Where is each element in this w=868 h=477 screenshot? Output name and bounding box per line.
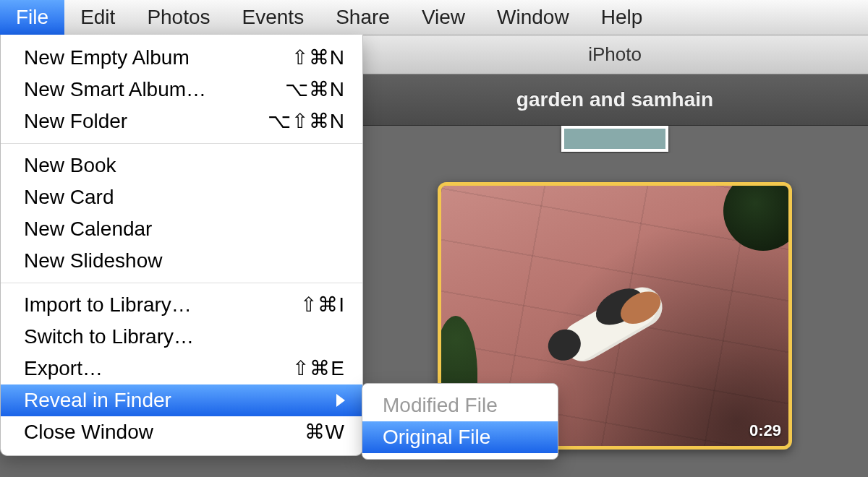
event-title: garden and samhain — [516, 88, 713, 111]
menu-item-shortcut: ⇧⌘N — [292, 43, 345, 72]
menu-item-label: New Card — [24, 183, 114, 212]
menu-help[interactable]: Help — [585, 0, 659, 35]
menu-item-new-smart-album[interactable]: New Smart Album… ⌥⌘N — [1, 74, 362, 106]
menu-label: Photos — [147, 6, 210, 29]
menu-edit[interactable]: Edit — [64, 0, 131, 35]
reveal-in-finder-submenu: Modified File Original File — [362, 383, 558, 460]
menu-separator — [1, 283, 362, 283]
menu-item-shortcut: ⌥⌘N — [285, 75, 345, 104]
menu-share[interactable]: Share — [320, 0, 406, 35]
menu-bar: File Edit Photos Events Share View Windo… — [0, 0, 868, 35]
menu-item-label: Import to Library… — [24, 291, 192, 319]
menu-file[interactable]: File — [0, 0, 64, 35]
menu-photos[interactable]: Photos — [131, 0, 226, 35]
menu-item-new-empty-album[interactable]: New Empty Album ⇧⌘N — [1, 42, 362, 74]
menu-item-shortcut: ⌘W — [305, 418, 345, 447]
menu-item-new-book[interactable]: New Book — [1, 150, 362, 181]
menu-item-new-slideshow[interactable]: New Slideshow — [1, 245, 362, 277]
window-title: iPhoto — [588, 43, 642, 66]
menu-item-close-window[interactable]: Close Window ⌘W — [1, 416, 362, 448]
menu-item-label: Switch to Library… — [24, 322, 194, 351]
menu-item-label: New Slideshow — [24, 246, 162, 275]
menu-item-switch-to-library[interactable]: Switch to Library… — [1, 321, 362, 353]
menu-item-new-card[interactable]: New Card — [1, 181, 362, 213]
menu-item-reveal-in-finder[interactable]: Reveal in Finder — [1, 384, 362, 416]
menu-item-label: New Book — [24, 151, 116, 180]
menu-events[interactable]: Events — [226, 0, 320, 35]
menu-item-export[interactable]: Export… ⇧⌘E — [1, 353, 362, 384]
thumbnail-item[interactable] — [561, 126, 668, 152]
menu-item-label: Close Window — [24, 418, 153, 447]
menu-item-label: New Smart Album… — [24, 75, 206, 104]
menu-label: File — [16, 6, 48, 29]
file-menu-dropdown: New Empty Album ⇧⌘N New Smart Album… ⌥⌘N… — [0, 35, 363, 456]
menu-label: Share — [336, 6, 390, 29]
menu-label: Help — [601, 6, 643, 29]
submenu-arrow-icon — [336, 394, 345, 407]
menu-item-shortcut: ⌥⇧⌘N — [268, 107, 345, 136]
menu-label: Events — [242, 6, 305, 29]
menu-item-label: New Folder — [24, 107, 127, 136]
menu-item-label: New Empty Album — [24, 43, 190, 72]
event-title-bar: garden and samhain — [362, 74, 868, 126]
submenu-item-label: Original File — [383, 426, 490, 448]
menu-window[interactable]: Window — [481, 0, 585, 35]
menu-item-label: Reveal in Finder — [24, 386, 171, 415]
submenu-item-modified-file: Modified File — [362, 390, 558, 421]
menu-label: Window — [497, 6, 569, 29]
submenu-item-original-file[interactable]: Original File — [362, 421, 558, 453]
menu-separator — [1, 143, 362, 144]
menu-item-import-to-library[interactable]: Import to Library… ⇧⌘I — [1, 289, 362, 321]
menu-item-new-folder[interactable]: New Folder ⌥⇧⌘N — [1, 106, 362, 137]
menu-view[interactable]: View — [406, 0, 481, 35]
clip-duration-badge: 0:29 — [749, 421, 781, 440]
menu-item-label: New Calendar — [24, 215, 152, 244]
menu-item-shortcut: ⇧⌘I — [300, 291, 345, 319]
window-title-bar: iPhoto — [362, 35, 868, 74]
menu-label: Edit — [80, 6, 115, 29]
menu-label: View — [422, 6, 465, 29]
submenu-item-label: Modified File — [383, 394, 498, 416]
menu-item-shortcut: ⇧⌘E — [292, 354, 345, 383]
menu-item-label: Export… — [24, 354, 103, 383]
menu-item-new-calendar[interactable]: New Calendar — [1, 213, 362, 245]
thumbnail-strip — [362, 126, 868, 155]
